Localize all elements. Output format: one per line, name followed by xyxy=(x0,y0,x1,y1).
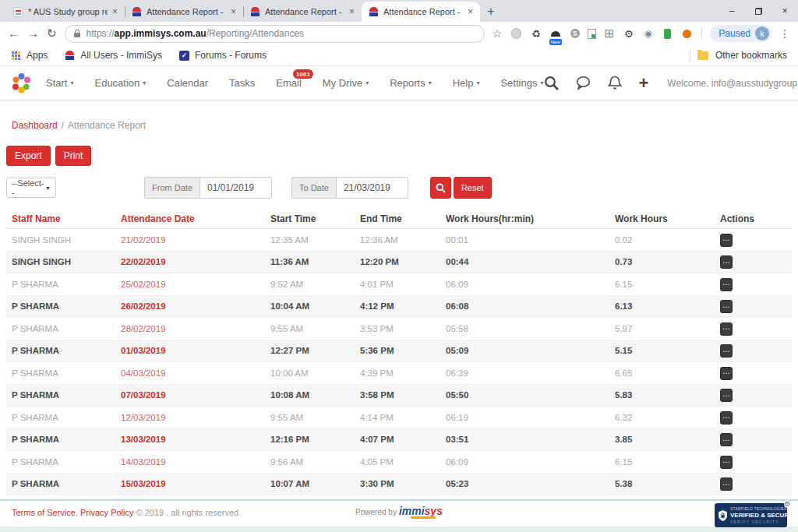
cell-start-time: 10:08 AM xyxy=(265,390,355,400)
column-header[interactable]: End Time xyxy=(355,213,440,224)
new-tab-button[interactable]: + xyxy=(480,2,502,22)
verified-secured-badge[interactable]: STARFIELD TECHNOLOGIES VERIFIED & SECURE… xyxy=(715,503,787,527)
cell-end-time: 4:12 PM xyxy=(355,301,440,311)
reload-icon[interactable]: ↻ xyxy=(47,27,57,40)
window-close-button[interactable]: × xyxy=(772,0,798,22)
nav-menu-item[interactable]: Start ▾ xyxy=(46,77,73,89)
bookmark-item[interactable]: Apps xyxy=(11,50,48,61)
forward-icon[interactable]: → xyxy=(27,27,39,40)
nav-menu-item[interactable]: My Drive ▾ xyxy=(323,77,369,89)
cell-work-hours-hrmin: 03:51 xyxy=(440,435,609,444)
extension-icon[interactable] xyxy=(568,27,581,41)
tab-close-icon[interactable]: × xyxy=(349,7,355,16)
cell-work-hours-hrmin: 05:09 xyxy=(440,346,609,355)
browser-tab[interactable]: Attendance Report - ImmiSys × xyxy=(243,2,362,22)
chrome-menu-icon[interactable]: ⋮ xyxy=(779,27,790,40)
cell-work-hours: 6.15 xyxy=(609,457,715,467)
row-actions-button[interactable]: … xyxy=(720,477,733,491)
table-header-row: Staff NameAttendance DateStart TimeEnd T… xyxy=(6,209,792,229)
extension-icon[interactable] xyxy=(641,27,655,41)
staff-select-dropdown[interactable]: --Select-- ▼ xyxy=(6,178,56,198)
breadcrumb-dashboard-link[interactable]: Dashboard xyxy=(12,120,58,131)
sync-paused-button[interactable]: Paused k xyxy=(710,25,772,42)
to-date-label: To Date xyxy=(291,177,336,199)
row-actions-button[interactable]: … xyxy=(720,433,733,446)
search-icon[interactable] xyxy=(543,75,560,91)
table-row: SINGH SINGH 22/02/2019 11:36 AM 12:20 PM… xyxy=(6,252,792,274)
extension-icon[interactable]: New xyxy=(549,27,562,41)
shield-lock-icon xyxy=(719,509,727,523)
extension-icon[interactable] xyxy=(588,29,596,39)
table-row: P SHARMA 01/03/2019 12:27 PM 5:36 PM 05:… xyxy=(6,340,792,363)
row-actions-button[interactable]: … xyxy=(720,367,733,380)
row-actions-button[interactable]: … xyxy=(720,389,733,402)
nav-menu-item[interactable]: Calendar xyxy=(167,77,208,89)
column-header[interactable]: Start Time xyxy=(265,213,355,224)
filter-bar: --Select-- ▼ From Date To Date Reset xyxy=(6,177,798,199)
immisys-footer-logo[interactable]: immisys xyxy=(399,506,443,516)
bookmarks-divider xyxy=(690,49,690,62)
notifications-bell-icon[interactable] xyxy=(607,75,623,91)
column-header[interactable]: Work Hours(hr:min) xyxy=(440,213,609,224)
window-minimize-button[interactable]: – xyxy=(719,0,745,22)
bookmark-item[interactable]: All Users - ImmiSys xyxy=(65,50,162,61)
extension-icon[interactable] xyxy=(622,27,635,41)
extension-icon[interactable] xyxy=(661,27,674,41)
nav-menu-item[interactable]: Reports ▾ xyxy=(390,77,432,89)
extension-icon[interactable] xyxy=(602,27,616,41)
cell-work-hours-hrmin: 05:58 xyxy=(440,324,609,333)
browser-tab[interactable]: Attendance Report - ImmiSys × xyxy=(125,2,243,22)
nav-menu-item[interactable]: Help ▾ xyxy=(453,77,480,89)
back-icon[interactable]: ← xyxy=(8,27,19,40)
row-actions-button[interactable]: … xyxy=(720,344,733,358)
nav-menu-item[interactable]: Email 1001 xyxy=(276,77,302,89)
to-date-input[interactable] xyxy=(336,177,408,199)
other-bookmarks-button[interactable]: Other bookmarks xyxy=(690,49,787,62)
row-actions-button[interactable]: … xyxy=(720,234,733,247)
table-row: SINGH SINGH 21/02/2019 12:35 AM 12:36 AM… xyxy=(6,229,792,252)
browser-tab[interactable]: Attendance Report - ImmiSys × xyxy=(362,2,480,22)
privacy-policy-link[interactable]: Privacy Policy xyxy=(80,508,133,517)
row-actions-button[interactable]: … xyxy=(720,456,733,469)
bookmark-item[interactable]: Forums - Forums xyxy=(179,50,267,61)
column-header[interactable]: Work Hours xyxy=(609,213,715,224)
browser-tab[interactable]: * AUS Study group reporting tha × xyxy=(6,2,125,22)
nav-menu-item[interactable]: Settings ▾ xyxy=(500,77,543,89)
row-actions-button[interactable]: … xyxy=(720,411,733,425)
tab-close-icon[interactable]: × xyxy=(468,7,473,16)
tab-close-icon[interactable]: × xyxy=(231,7,236,16)
address-bar[interactable]: https://app.immisys.com.au/Reporting/Att… xyxy=(65,25,485,43)
tab-close-icon[interactable]: × xyxy=(112,7,118,16)
welcome-text: Welcome, info@ausstudygroup.com.au xyxy=(667,78,798,89)
row-actions-button[interactable]: … xyxy=(720,278,733,291)
profile-avatar[interactable]: k xyxy=(755,26,769,41)
chat-icon[interactable] xyxy=(575,75,591,91)
column-header[interactable]: Staff Name xyxy=(6,213,115,224)
search-icon xyxy=(436,183,446,193)
from-date-input[interactable] xyxy=(200,177,272,199)
add-new-icon[interactable]: + xyxy=(638,76,648,91)
bookmark-label: Forums - Forums xyxy=(195,50,267,61)
window-restore-button[interactable] xyxy=(745,0,772,22)
terms-of-service-link[interactable]: Terms of Service. xyxy=(12,508,78,517)
badge-gear-icon: ⚙ xyxy=(784,500,790,508)
column-header[interactable]: Attendance Date xyxy=(115,213,265,224)
bookmark-star-icon[interactable]: ☆ xyxy=(493,27,503,40)
table-row: P SHARMA 14/03/2019 9:56 AM 4:05 PM 06:0… xyxy=(6,451,792,474)
extension-icon[interactable] xyxy=(510,27,523,41)
reset-button[interactable]: Reset xyxy=(454,177,492,199)
row-actions-button[interactable]: … xyxy=(720,322,733,336)
row-actions-button[interactable]: … xyxy=(720,255,733,269)
aus-study-group-logo[interactable] xyxy=(11,72,32,93)
export-button[interactable]: Export xyxy=(6,146,51,166)
tab-title: Attendance Report - ImmiSys xyxy=(383,7,463,16)
search-button[interactable] xyxy=(430,177,451,199)
extension-icon[interactable] xyxy=(680,27,694,41)
nav-menu-item[interactable]: Education ▾ xyxy=(94,77,146,89)
column-header[interactable]: Actions xyxy=(715,213,792,224)
print-button[interactable]: Print xyxy=(55,146,92,166)
user-account-menu[interactable]: Welcome, info@ausstudygroup.com.au ▾ xyxy=(667,78,798,89)
row-actions-button[interactable]: … xyxy=(720,300,733,313)
nav-menu-item[interactable]: Tasks xyxy=(229,77,255,89)
extension-icon[interactable] xyxy=(529,27,542,41)
